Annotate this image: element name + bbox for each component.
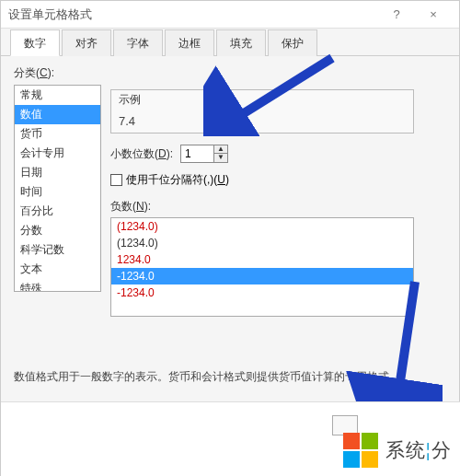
tab-font[interactable]: 字体 bbox=[113, 29, 163, 56]
category-item-number[interactable]: 数值 bbox=[15, 105, 100, 124]
category-item-general[interactable]: 常规 bbox=[15, 86, 100, 105]
negative-item[interactable]: 1234.0 bbox=[111, 251, 413, 268]
negative-item[interactable]: (1234.0) bbox=[111, 218, 413, 235]
dialog-title: 设置单元格格式 bbox=[8, 6, 378, 23]
example-box: 示例 7.4 bbox=[110, 89, 414, 134]
tab-bar: 数字 对齐 字体 边框 填充 保护 bbox=[1, 29, 459, 56]
negative-numbers-listbox[interactable]: (1234.0) (1234.0) 1234.0 -1234.0 -1234.0 bbox=[110, 217, 414, 317]
category-item-special[interactable]: 特殊 bbox=[15, 279, 100, 292]
watermark-text: 系统¦分 bbox=[385, 437, 452, 463]
category-item-text[interactable]: 文本 bbox=[15, 260, 100, 279]
decimal-places-spinner[interactable]: ▲ ▼ bbox=[180, 145, 228, 163]
microsoft-logo-icon bbox=[343, 433, 378, 468]
example-value: 7.4 bbox=[119, 114, 406, 128]
format-description: 数值格式用于一般数字的表示。货币和会计格式则提供货币值计算的专用格式。 bbox=[14, 369, 437, 385]
category-label: 分类(C): bbox=[14, 65, 446, 81]
negative-item[interactable]: -1234.0 bbox=[111, 268, 413, 284]
category-item-currency[interactable]: 货币 bbox=[15, 124, 100, 144]
decimal-places-row: 小数位数(D): ▲ ▼ bbox=[110, 145, 446, 163]
format-cells-dialog: 设置单元格格式 ? × 数字 对齐 字体 边框 填充 保护 分类(C): 常规 … bbox=[0, 0, 460, 476]
category-item-date[interactable]: 日期 bbox=[15, 163, 100, 182]
category-item-fraction[interactable]: 分数 bbox=[15, 221, 100, 240]
watermark: 系统¦分 bbox=[343, 433, 452, 468]
titlebar: 设置单元格格式 ? × bbox=[1, 1, 459, 29]
category-item-time[interactable]: 时间 bbox=[15, 182, 100, 202]
category-listbox[interactable]: 常规 数值 货币 会计专用 日期 时间 百分比 分数 科学记数 文本 特殊 自定… bbox=[14, 85, 101, 292]
category-item-percentage[interactable]: 百分比 bbox=[15, 202, 100, 221]
category-item-accounting[interactable]: 会计专用 bbox=[15, 144, 100, 163]
decimal-places-label: 小数位数(D): bbox=[110, 146, 173, 162]
tab-alignment[interactable]: 对齐 bbox=[62, 29, 111, 56]
number-options-panel: 示例 7.4 小数位数(D): ▲ ▼ 使用千位分隔符(,)(U bbox=[110, 85, 446, 317]
tab-border[interactable]: 边框 bbox=[165, 29, 214, 56]
negative-item[interactable]: -1234.0 bbox=[111, 284, 413, 301]
category-item-scientific[interactable]: 科学记数 bbox=[15, 240, 100, 260]
spinner-buttons: ▲ ▼ bbox=[213, 145, 227, 162]
negative-numbers-label: 负数(N): bbox=[110, 199, 446, 215]
thousands-separator-label: 使用千位分隔符(,)(U) bbox=[126, 172, 229, 188]
thousands-separator-row: 使用千位分隔符(,)(U) bbox=[110, 172, 446, 188]
decimal-places-input[interactable] bbox=[181, 145, 213, 162]
example-label: 示例 bbox=[119, 92, 141, 108]
tab-fill[interactable]: 填充 bbox=[216, 29, 266, 56]
tab-protection[interactable]: 保护 bbox=[268, 29, 317, 56]
tab-number[interactable]: 数字 bbox=[10, 29, 60, 56]
close-button[interactable]: × bbox=[415, 2, 452, 28]
negative-item[interactable]: (1234.0) bbox=[111, 235, 413, 251]
help-button[interactable]: ? bbox=[378, 2, 415, 28]
thousands-separator-checkbox[interactable] bbox=[110, 174, 122, 186]
spinner-down-icon[interactable]: ▼ bbox=[214, 154, 227, 162]
